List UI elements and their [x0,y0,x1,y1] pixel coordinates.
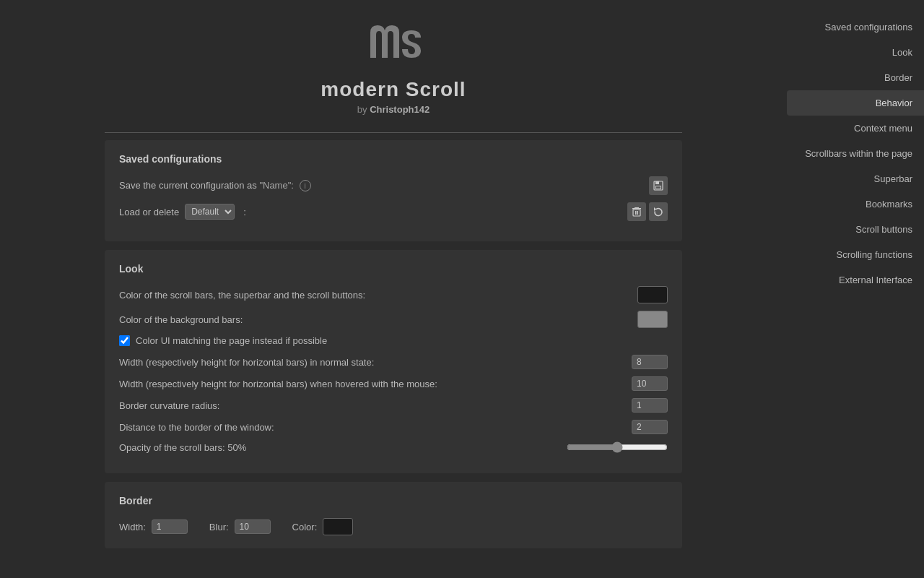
svg-rect-6 [637,211,639,215]
sidebar-item-look[interactable]: Look [787,40,924,65]
background-color-swatch[interactable] [637,311,668,328]
border-color-field: Color: [292,518,354,535]
header: modern Scroll by Christoph142 [90,0,697,122]
load-label: Load or delete [119,207,179,217]
border-width-label: Width: [119,522,146,532]
sidebar-item-external-interface[interactable]: External Interface [787,267,924,293]
border-section: Border Width: Blur: Color: [105,482,682,548]
look-title: Look [119,263,668,275]
border-title: Border [119,495,668,506]
svg-rect-4 [633,210,640,216]
color-ui-matching-row: Color UI matching the page instead if po… [119,335,668,346]
app-title: modern Scroll [321,78,466,101]
svg-rect-5 [635,211,637,215]
logo-container [365,14,422,72]
width-hover-row: Width (respectively height for horizonta… [119,376,668,391]
border-blur-label: Blur: [209,522,229,532]
config-select[interactable]: Default [185,204,235,220]
save-icon [653,181,663,191]
app-title-m: m [321,78,339,100]
color-ui-matching-label: Color UI matching the page instead if po… [136,335,668,346]
app-logo [365,14,422,72]
width-normal-label: Width (respectively height for horizonta… [119,357,632,368]
sidebar-item-context-menu[interactable]: Context menu [787,116,924,141]
save-config-row: Save the current configuration as "Name"… [119,176,668,195]
border-radius-input[interactable] [632,398,668,413]
border-radius-label: Border curvature radius: [119,400,632,411]
main-content: modern Scroll by Christoph142 Saved conf… [0,0,787,578]
border-color-label: Color: [292,522,318,532]
sidebar-item-superbar[interactable]: Superbar [787,166,924,191]
load-actions [627,202,668,221]
border-blur-input[interactable] [235,519,271,534]
delete-icon [632,207,642,217]
distance-input[interactable] [632,420,668,434]
scrollbar-color-row: Color of the scroll bars, the superbar a… [119,286,668,303]
sidebar-item-scroll-buttons[interactable]: Scroll buttons [787,217,924,242]
border-width-input[interactable] [152,519,188,534]
scrollbar-color-swatch[interactable] [637,286,668,303]
distance-label: Distance to the border of the window: [119,422,632,433]
reload-icon [653,207,663,217]
sidebar-item-saved-configurations[interactable]: Saved configurations [787,14,924,40]
opacity-slider-container [567,441,668,453]
width-hover-label: Width (respectively height for horizonta… [119,379,632,389]
sidebar-item-border[interactable]: Border [787,65,924,90]
sidebar-item-behavior[interactable]: Behavior [787,90,924,116]
sidebar: Saved configurations Look Border Behavio… [787,0,924,578]
color-ui-matching-checkbox[interactable] [119,335,130,346]
border-radius-row: Border curvature radius: [119,398,668,413]
border-color-swatch[interactable] [323,518,353,535]
info-icon[interactable]: i [300,180,311,191]
svg-rect-8 [635,207,639,209]
load-colon: : [243,207,246,217]
scrollbar-color-label: Color of the scroll bars, the superbar a… [119,290,637,301]
border-fields-row: Width: Blur: Color: [119,518,668,535]
svg-rect-3 [656,186,661,189]
background-color-row: Color of the background bars: [119,311,668,328]
author-name: Christoph142 [370,104,430,115]
border-width-field: Width: [119,519,188,534]
save-name-quoted: "Name": [259,180,294,191]
load-config-row: Load or delete Default : [119,202,668,221]
look-section: Look Color of the scroll bars, the super… [105,250,682,473]
opacity-label: Opacity of the scroll bars: 50% [119,442,567,453]
app-subtitle: by Christoph142 [357,104,430,115]
save-config-label: Save the current configuration as "Name"… [119,180,311,192]
save-label-text: Save the current configuration as [119,180,259,191]
background-color-label: Color of the background bars: [119,314,637,325]
sidebar-item-scrollbars-within-page[interactable]: Scrollbars within the page [787,141,924,166]
svg-rect-1 [655,181,659,184]
opacity-slider[interactable] [567,441,668,453]
content-area: Saved configurations Save the current co… [90,133,697,571]
distance-row: Distance to the border of the window: [119,420,668,434]
save-button[interactable] [649,176,668,195]
sidebar-item-scrolling-functions[interactable]: Scrolling functions [787,242,924,267]
save-actions [649,176,668,195]
saved-configurations-section: Saved configurations Save the current co… [105,140,682,241]
saved-configurations-title: Saved configurations [119,153,668,165]
opacity-row: Opacity of the scroll bars: 50% [119,441,668,453]
subtitle-by: by [357,104,370,115]
border-blur-field: Blur: [209,519,271,534]
width-hover-input[interactable] [632,376,668,391]
width-normal-input[interactable] [632,355,668,369]
delete-button[interactable] [627,202,646,221]
reload-button[interactable] [649,202,668,221]
sidebar-item-bookmarks[interactable]: Bookmarks [787,191,924,217]
app-title-rest: odern Scroll [339,78,466,100]
width-normal-row: Width (respectively height for horizonta… [119,355,668,369]
